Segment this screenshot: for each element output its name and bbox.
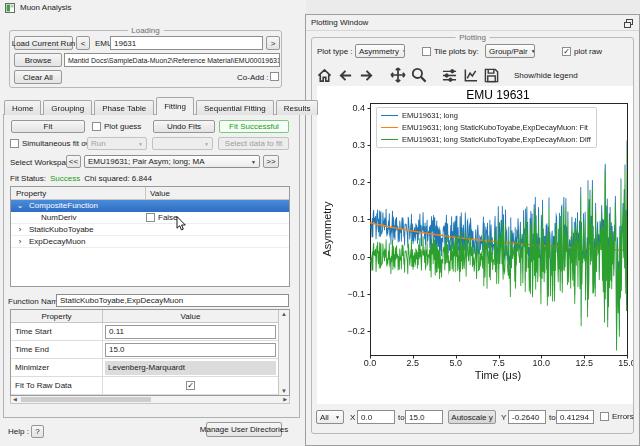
function-name-input[interactable]: StaticKuboToyabe,ExpDecayMuon xyxy=(56,294,289,307)
undo-fits-button[interactable]: Undo Fits xyxy=(153,120,215,133)
fit-successful-button[interactable]: Fit Successful xyxy=(219,120,289,133)
plot-raw-row[interactable]: ✓ plot raw xyxy=(562,47,602,56)
plot-raw-checkbox[interactable]: ✓ xyxy=(562,47,571,56)
tab-results[interactable]: Results xyxy=(276,100,319,115)
plot-figure[interactable]: EMU 19631 EMU19631; longEMU19631; long S… xyxy=(317,86,633,404)
back-icon[interactable] xyxy=(337,66,354,84)
simultaneous-fit-checkbox[interactable] xyxy=(10,139,19,148)
y-to-input[interactable]: 0.41294 xyxy=(556,410,594,424)
fit-button[interactable]: Fit xyxy=(11,120,85,133)
scrollbar-thumb[interactable] xyxy=(21,397,151,402)
save-icon[interactable] xyxy=(483,66,500,84)
settings-horizontal-scrollbar[interactable]: ◀ ▶ xyxy=(10,396,290,404)
plot-type-value: Asymmetry xyxy=(359,47,399,56)
float-window-icon[interactable] xyxy=(624,19,633,28)
workspace-prev-button[interactable]: << xyxy=(66,155,81,168)
settings-header-property: Property xyxy=(11,310,103,322)
tree-row-label: NumDeriv xyxy=(41,213,77,222)
tile-plots-label: Tile plots by: xyxy=(434,47,479,56)
workspace-next-button[interactable]: >> xyxy=(263,155,279,168)
tree-row-statickubotoyabe[interactable]: ›StaticKuboToyabe xyxy=(11,224,289,236)
help-button[interactable]: ? xyxy=(31,425,44,438)
tab-phase-table[interactable]: Phase Table xyxy=(94,100,154,115)
axes-edit-icon[interactable] xyxy=(462,66,479,84)
scroll-up-icon[interactable]: ▲ xyxy=(281,311,287,317)
setting-value-input[interactable]: 15.0 xyxy=(105,343,276,357)
y-tick-label: 0.3 xyxy=(352,140,365,150)
scope-combo[interactable]: All▼ xyxy=(316,410,344,424)
numderiv-checkbox[interactable] xyxy=(146,213,155,222)
settings-vertical-scrollbar[interactable]: ▲ ▼ xyxy=(278,310,289,395)
browse-button[interactable]: Browse xyxy=(14,53,62,67)
forward-icon[interactable] xyxy=(358,66,375,84)
x-tick-label: 7.5 xyxy=(492,358,505,368)
expand-icon[interactable]: › xyxy=(15,238,25,246)
x-to-label: to xyxy=(398,413,405,422)
tree-row-numderiv[interactable]: NumDerivFalse xyxy=(11,212,289,224)
setting-property: Time End xyxy=(11,341,103,358)
plot-guess-row[interactable]: Plot guess xyxy=(92,122,141,131)
tree-header-value: Value xyxy=(146,189,289,198)
y-tick-label: 0.1 xyxy=(352,214,365,224)
pan-icon[interactable] xyxy=(389,66,406,84)
zoom-icon[interactable] xyxy=(410,66,427,84)
clear-all-button[interactable]: Clear All xyxy=(14,70,62,84)
next-run-button[interactable]: > xyxy=(266,36,280,50)
tab-sequential-fitting[interactable]: Sequential Fitting xyxy=(196,100,274,115)
autoscale-y-button[interactable]: Autoscale y xyxy=(448,410,496,424)
workspace-combo[interactable]: EMU19631; Pair Asym; long; MA▼ xyxy=(84,155,260,168)
collapse-icon[interactable]: ⌄ xyxy=(15,202,25,210)
previous-run-button[interactable]: < xyxy=(76,36,90,50)
setting-value-select[interactable]: Levenberg-Marquardt xyxy=(105,361,276,375)
scroll-down-icon[interactable]: ▼ xyxy=(281,388,287,394)
tree-row-label: StaticKuboToyabe xyxy=(29,225,94,234)
load-current-run-button[interactable]: Load Current Run xyxy=(14,36,73,50)
home-icon[interactable] xyxy=(316,66,333,84)
tab-fitting[interactable]: Fitting xyxy=(156,97,194,115)
y-tick-label: −0.2 xyxy=(347,326,365,336)
tile-plots-row[interactable]: Tile plots by: xyxy=(422,47,479,56)
errors-label: Errors xyxy=(612,412,634,421)
fit-to-raw-data-checkbox[interactable]: ✓ xyxy=(186,381,195,390)
y-to-label: to xyxy=(549,413,556,422)
tab-home[interactable]: Home xyxy=(4,100,41,115)
errors-checkbox[interactable] xyxy=(600,412,609,421)
setting-value-input[interactable]: 0.11 xyxy=(105,325,276,339)
scroll-right-icon[interactable]: ▶ xyxy=(283,396,287,403)
setting-property: Time Start xyxy=(11,323,103,340)
muon-analysis-window: Muon Analysis Loading Load Current Run <… xyxy=(0,0,306,446)
simultaneous-detail-combo[interactable]: ▼ xyxy=(152,137,213,150)
tree-row-expdecaymuon[interactable]: ›ExpDecayMuon xyxy=(11,236,289,248)
plot-title-bar[interactable]: Plotting Window xyxy=(306,15,639,31)
tab-grouping[interactable]: Grouping xyxy=(43,100,92,115)
y-from-input[interactable]: -0.2640 xyxy=(508,410,546,424)
errors-row[interactable]: Errors xyxy=(600,412,634,421)
x-tick-label: 5.0 xyxy=(449,358,462,368)
expand-icon[interactable]: › xyxy=(15,226,25,234)
chart-legend[interactable]: EMU19631; longEMU19631; long StaticKuboT… xyxy=(376,107,597,148)
run-number-input[interactable]: 19631 xyxy=(110,36,263,50)
subplots-config-icon[interactable] xyxy=(441,66,458,84)
plot-guess-checkbox[interactable] xyxy=(92,122,101,131)
simultaneous-fit-row[interactable]: Simultaneous fit over xyxy=(10,139,97,148)
tree-row-compositefunction[interactable]: ⌄CompositeFunction xyxy=(11,200,289,212)
muon-title-bar[interactable]: Muon Analysis xyxy=(0,0,306,16)
workspace-combo-value: EMU19631; Pair Asym; long; MA xyxy=(88,157,205,166)
tile-by-combo[interactable]: Group/Pair▼ xyxy=(485,44,535,58)
x-tick-label: 10.0 xyxy=(533,358,551,368)
file-path-field[interactable]: Mantid Docs\SampleData-Muon2\Reference M… xyxy=(64,53,280,67)
show-hide-legend-button[interactable]: Show/hide legend xyxy=(514,71,578,80)
scroll-left-icon[interactable]: ◀ xyxy=(13,396,17,403)
manage-user-directories-button[interactable]: Manage User Directories xyxy=(206,422,282,437)
select-data-to-fit-button[interactable]: Select data to fit xyxy=(218,137,289,150)
simultaneous-run-combo[interactable]: Run▼ xyxy=(87,137,147,150)
legend-label: EMU19631; long xyxy=(402,111,458,120)
plot-type-combo[interactable]: Asymmetry▼ xyxy=(355,44,405,58)
fit-status-value: Success xyxy=(50,174,80,183)
tile-plots-checkbox[interactable] xyxy=(422,47,431,56)
plotting-group-label: Plotting xyxy=(455,33,490,42)
x-to-input[interactable]: 15.0 xyxy=(405,410,443,424)
x-from-input[interactable]: 0.0 xyxy=(357,410,395,424)
co-add-checkbox[interactable] xyxy=(270,72,279,81)
legend-label: EMU19631; long StaticKuboToyabe,ExpDecay… xyxy=(402,123,588,132)
